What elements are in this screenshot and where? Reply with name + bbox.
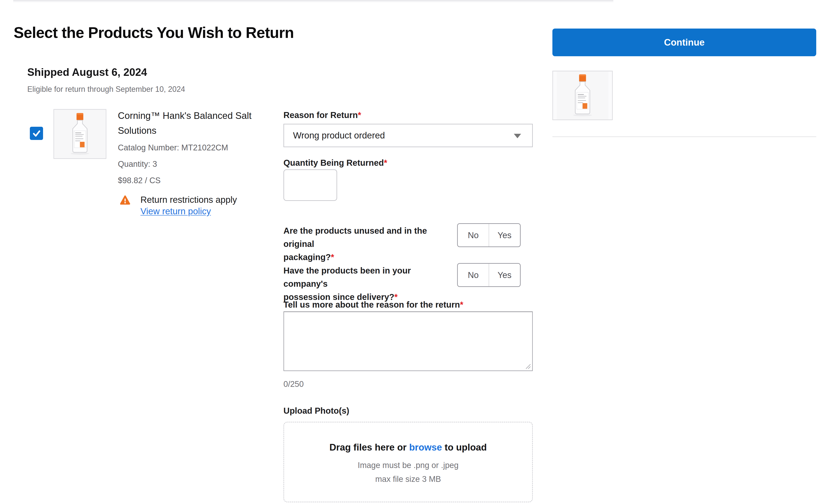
question-unused-packaging: Are the products unused and in the origi… (283, 224, 454, 264)
view-return-policy-link[interactable]: View return policy (140, 206, 211, 217)
tell-us-more-label: Tell us more about the reason for the re… (283, 300, 463, 310)
dropzone-instruction: Drag files here or browse to upload (330, 442, 487, 453)
company-possession-yes-button[interactable]: Yes (489, 264, 520, 286)
quantity-returned-input[interactable] (283, 169, 337, 201)
required-asterisk: * (460, 300, 463, 309)
required-asterisk: * (358, 110, 361, 120)
continue-button[interactable]: Continue (552, 29, 816, 56)
character-counter: 0/250 (283, 379, 304, 389)
browse-link[interactable]: browse (409, 442, 442, 452)
product-name-line2: Solutions (118, 123, 252, 138)
restriction-text-block: Return restrictions apply View return po… (140, 194, 237, 217)
upload-size-hint: max file size 3 MB (375, 475, 441, 484)
reason-for-return-select[interactable]: Wrong product ordered (283, 124, 533, 147)
company-possession-toggle: No Yes (457, 263, 521, 287)
product-quantity: Quantity: 3 (118, 160, 157, 169)
warning-icon (120, 195, 130, 205)
restriction-note: Return restrictions apply (140, 194, 237, 205)
unused-packaging-yes-button[interactable]: Yes (489, 224, 520, 246)
required-asterisk: * (384, 158, 387, 167)
company-possession-no-button[interactable]: No (458, 264, 489, 286)
unused-packaging-toggle: No Yes (457, 223, 521, 247)
bottle-image (553, 71, 612, 120)
return-eligibility-text: Eligible for return through September 10… (27, 85, 185, 94)
quantity-returned-label: Quantity Being Returned* (283, 158, 387, 168)
selected-product-thumbnail (552, 71, 613, 120)
product-image (53, 109, 106, 159)
shipment-date-heading: Shipped August 6, 2024 (27, 66, 147, 78)
product-price: $98.82 / CS (118, 176, 161, 185)
product-select-checkbox[interactable] (30, 127, 43, 140)
return-restriction-row: Return restrictions apply View return po… (120, 194, 237, 217)
return-reason-textarea[interactable] (283, 312, 533, 371)
product-catalog-number: Catalog Number: MT21022CM (118, 143, 228, 152)
product-name: Corning™ Hank's Balanced Salt Solutions (118, 108, 252, 138)
checkmark-icon (32, 129, 41, 138)
question-company-possession: Have the products been in your company's… (283, 264, 454, 303)
upload-photos-label: Upload Photo(s) (283, 406, 349, 416)
required-asterisk: * (331, 253, 334, 262)
reason-for-return-label: Reason for Return* (283, 110, 361, 120)
chevron-down-icon (514, 134, 521, 138)
product-name-line1: Corning™ Hank's Balanced Salt (118, 108, 252, 123)
upload-format-hint: Image must be .png or .jpeg (358, 461, 459, 470)
top-progress-strip (13, 0, 613, 2)
reason-selected-value: Wrong product ordered (293, 130, 385, 140)
unused-packaging-no-button[interactable]: No (458, 224, 489, 246)
photo-upload-dropzone[interactable]: Drag files here or browse to upload Imag… (283, 422, 533, 502)
sidebar-divider (552, 136, 816, 137)
bottle-image (54, 110, 106, 158)
page-title: Select the Products You Wish to Return (14, 24, 294, 41)
return-page: Select the Products You Wish to Return S… (0, 0, 832, 504)
